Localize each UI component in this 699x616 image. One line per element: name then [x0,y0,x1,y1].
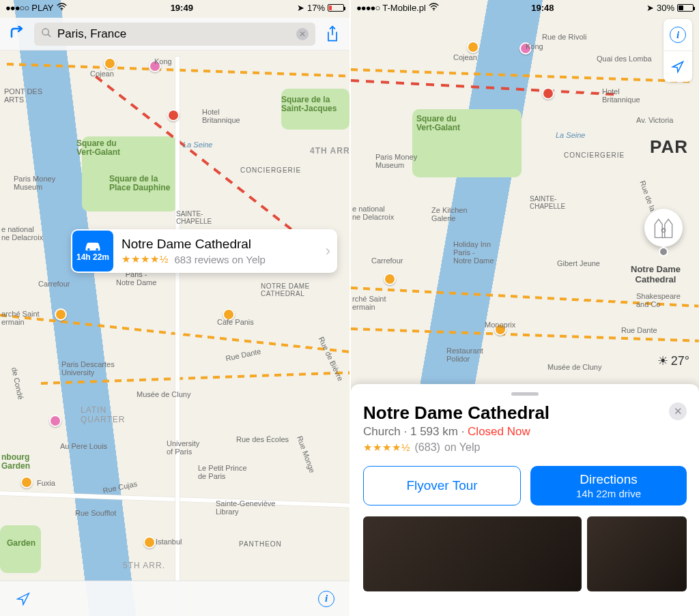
place-callout[interactable]: 14h 22m Notre Dame Cathedral ★★★★½ 683 r… [71,229,337,273]
map-label: CONCIERGERIE [240,166,301,174]
bottom-toolbar: i [0,581,350,616]
chevron-right-icon[interactable]: › [326,242,337,260]
map-label: Garden [7,539,35,548]
map-label: Square de la Place Dauphine [109,175,170,192]
map-label: Cafe Panis [217,318,254,326]
poi-icon[interactable] [49,415,61,427]
carrier-label: T-Mobile.pl [382,3,426,13]
poi-icon[interactable] [20,476,33,488]
poi-icon[interactable] [467,41,479,53]
car-icon [83,240,102,252]
map-label-district: 5TH ARR. [123,561,165,570]
callout-title: Notre Dame Cathedral [122,237,319,252]
map-label: Kong [526,42,543,50]
map-label: Square du Vert-Galant [416,115,460,132]
left-screenshot: PONT DES ARTS Cojean Kong Hotel Britanni… [0,0,351,616]
map-controls: i [664,19,692,82]
map-label: Paris Money Museum [14,175,55,191]
locate-me-button[interactable] [664,50,692,82]
map-label: Kong [154,57,172,65]
map-label: Rue des Écoles [236,435,289,443]
map-label: Cojean [90,70,114,78]
map-label: Square du Vert-Galant [76,139,120,157]
flyover-tour-button[interactable]: Flyover Tour [363,466,521,505]
place-title: Notre Dame Cathedral [363,402,550,424]
cathedral-icon [651,216,676,240]
map-label: Hotel Britannique [602,87,640,104]
map-label: Fuxia [37,479,55,487]
poi-no-entry[interactable] [542,87,554,100]
status-bar: ●●●○○ PLAY 19:49 ➤ 17% [0,0,350,15]
map-label: rché Saint ermain [352,295,386,311]
place-photo[interactable] [587,516,687,591]
signal-icon: ●●●●○ [356,3,380,13]
map-label: Le Petit Prince de Paris [198,464,247,480]
map-label: arché Saint ermain [1,310,40,326]
search-field[interactable]: ✕ [34,23,315,46]
review-count: (683) [415,441,440,454]
map-label: University of Paris [167,439,199,456]
poi-icon[interactable] [143,536,156,548]
map-label: PONT DES ARTS [4,87,42,104]
map-info-button[interactable]: i [315,588,337,610]
search-input[interactable] [57,27,291,41]
rating-stars: ★★★★½ [122,253,169,265]
weather-badge[interactable]: ☀︎ 27° [657,353,689,368]
svg-point-0 [61,9,62,10]
place-card[interactable]: Notre Dame Cathedral Church · 1 593 km ·… [351,384,699,616]
map-label: Musée de Cluny [547,363,602,371]
map-label: Square de la Saint-Jacques [281,96,337,113]
poi-icon[interactable] [55,308,67,321]
map-info-button[interactable]: i [664,19,692,50]
svg-point-1 [42,29,48,35]
svg-point-5 [433,9,434,10]
close-card-button[interactable]: ✕ [669,402,687,420]
map-label: e national ne Delacroix [1,225,43,241]
locate-me-button[interactable] [12,588,34,610]
map-label: Rue Dante [621,326,657,334]
temperature: 27° [671,354,689,368]
map-label: Ze Kitchen Galerie [431,206,468,222]
map-label: CONCIERGERIE [564,151,625,159]
map-label: Istanbul [156,538,182,546]
map-label-river: La Seine [183,141,212,149]
photo-strip[interactable] [363,516,687,591]
status-bar: ●●●●○ T-Mobile.pl 19:48 ➤ 30% [351,0,699,15]
battery-percent: 30% [657,3,674,13]
map-label: Monoprix [485,321,515,329]
signal-icon: ●●●○○ [5,3,29,13]
map-label: Paris Money Museum [375,153,417,169]
map-label-river: La Seine [556,131,585,139]
drag-handle[interactable] [511,392,539,396]
map-label: Holiday Inn Paris - Notre Dame [453,240,494,265]
poi-icon[interactable] [104,57,116,70]
directions-button[interactable] [5,23,29,46]
battery-icon [677,4,694,12]
map-label: Rue Soufflot [75,509,116,517]
park-area [0,525,41,573]
map-label-district: LATIN QUARTER [81,405,125,424]
share-button[interactable] [321,23,344,46]
map-label: PANTHEON [239,540,282,548]
map-label: Musée de Cluny [137,390,191,398]
map-label: Carrefour [38,280,70,288]
map-label: Au Pere Louis [60,442,107,450]
carrier-label: PLAY [31,3,53,13]
map-label: e national ne Delacroix [352,205,394,221]
place-meta: Church · 1 593 km · Closed Now [363,425,550,439]
clock: 19:48 [531,3,554,13]
poi-no-entry[interactable] [167,109,180,121]
map-label-city: PAR [650,136,688,158]
poi-icon[interactable] [384,273,396,285]
directions-button[interactable]: Directions 14h 22m drive [530,466,687,505]
place-photo[interactable] [363,516,582,591]
review-count: 683 reviews on Yelp [175,254,266,265]
drive-eta-badge[interactable]: 14h 22m [72,231,113,272]
map-label: SAINTE- CHAPELLE [176,210,212,225]
selected-place-marker[interactable] [644,209,683,247]
map-label: Av. Victoria [636,116,673,124]
svg-line-2 [48,34,51,37]
map-label: Hotel Britannique [202,108,240,124]
clear-search-button[interactable]: ✕ [296,28,309,40]
map-label: Quai des Lomba [597,55,652,63]
